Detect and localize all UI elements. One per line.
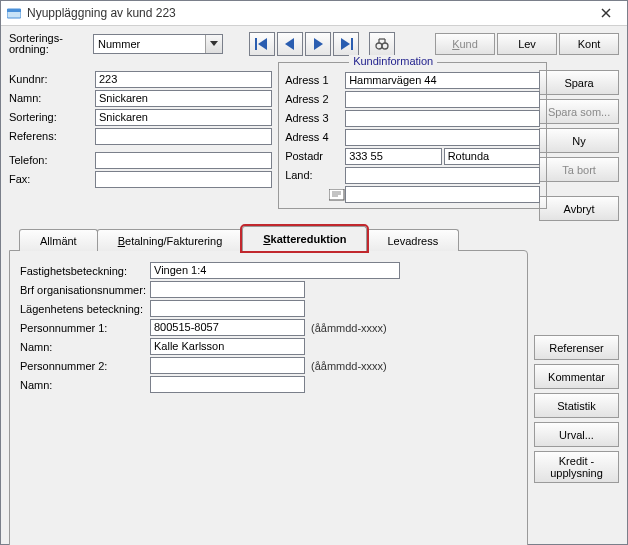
tabort-button[interactable]: Ta bort — [539, 157, 619, 182]
land-input[interactable] — [345, 167, 540, 184]
kundinformation-legend: Kundinformation — [349, 55, 437, 67]
nav-prev-button[interactable] — [277, 32, 303, 56]
svg-point-12 — [382, 43, 388, 49]
svg-marker-4 — [210, 41, 218, 46]
telefon-label: Telefon: — [9, 154, 95, 166]
skattereduktion-panel: Fastighetsbeteckning:Vingen 1:4 Brf orga… — [9, 250, 528, 545]
extra-address-input[interactable] — [345, 186, 540, 203]
tab-skattereduktion[interactable]: Skattereduktion — [242, 226, 367, 251]
adress2-input[interactable] — [345, 91, 540, 108]
chevron-down-icon — [205, 35, 222, 53]
pnr2-hint: (ååmmdd-xxxx) — [311, 360, 387, 372]
brf-input[interactable] — [150, 281, 305, 298]
sortering-label: Sortering: — [9, 111, 95, 123]
fax-label: Fax: — [9, 173, 95, 185]
post-city-input[interactable]: Rotunda — [444, 148, 541, 165]
titlebar: Nyuppläggning av kund 223 — [1, 1, 627, 26]
namn2-input[interactable] — [150, 376, 305, 393]
adress1-label: Adress 1 — [285, 74, 345, 86]
lagenhet-label: Lägenhetens beteckning: — [20, 303, 150, 315]
sort-order-value: Nummer — [94, 38, 205, 50]
svg-marker-6 — [258, 38, 267, 50]
spara-som-button[interactable]: Spara som... — [539, 99, 619, 124]
nav-first-button[interactable] — [249, 32, 275, 56]
kreditupplysning-button[interactable]: Kredit -upplysning — [534, 451, 619, 483]
customer-edit-window: Nyuppläggning av kund 223 Sorterings-ord… — [0, 0, 628, 545]
kundnr-input[interactable]: 223 — [95, 71, 272, 88]
kont-button[interactable]: Kont — [559, 33, 619, 55]
search-button[interactable] — [369, 32, 395, 56]
record-nav-group — [249, 32, 359, 56]
kundnr-label: Kundnr: — [9, 73, 95, 85]
namn-label: Namn: — [9, 92, 95, 104]
sort-order-label: Sorterings-ordning: — [9, 33, 87, 55]
telefon-input[interactable] — [95, 152, 272, 169]
namn1-label: Namn: — [20, 341, 150, 353]
app-icon — [7, 7, 21, 19]
svg-marker-9 — [341, 38, 350, 50]
nav-next-button[interactable] — [305, 32, 331, 56]
land-label: Land: — [285, 169, 345, 181]
type-buttons: Kund Lev Kont — [435, 33, 619, 55]
sort-order-select[interactable]: Nummer — [93, 34, 223, 54]
svg-marker-7 — [285, 38, 294, 50]
pnr1-label: Personnummer 1: — [20, 322, 150, 334]
spara-button[interactable]: Spara — [539, 70, 619, 95]
svg-marker-8 — [314, 38, 323, 50]
nav-last-button[interactable] — [333, 32, 359, 56]
referenser-button[interactable]: Referenser — [534, 335, 619, 360]
binoculars-icon — [375, 37, 389, 51]
statistik-button[interactable]: Statistik — [534, 393, 619, 418]
urval-button[interactable]: Urval... — [534, 422, 619, 447]
adress4-label: Adress 4 — [285, 131, 345, 143]
svg-point-11 — [376, 43, 382, 49]
post-zip-input[interactable]: 333 55 — [345, 148, 442, 165]
adress3-label: Adress 3 — [285, 112, 345, 124]
window-title: Nyuppläggning av kund 223 — [27, 6, 176, 20]
sortering-input[interactable]: Snickaren — [95, 109, 272, 126]
referens-label: Referens: — [9, 130, 95, 142]
pnr1-hint: (ååmmdd-xxxx) — [311, 322, 387, 334]
avbryt-button[interactable]: Avbryt — [539, 196, 619, 221]
kommentar-button[interactable]: Kommentar — [534, 364, 619, 389]
namn2-label: Namn: — [20, 379, 150, 391]
kundinformation-fieldset: Kundinformation Adress 1Hammarvägen 44 A… — [278, 62, 547, 209]
action-buttons-2: Referenser Kommentar Statistik Urval... … — [534, 227, 619, 545]
kund-button[interactable]: Kund — [435, 33, 495, 55]
adress4-input[interactable] — [345, 129, 540, 146]
namn1-input[interactable]: Kalle Karlsson — [150, 338, 305, 355]
namn-input[interactable]: Snickaren — [95, 90, 272, 107]
customer-id-panel: Kundnr:223 Namn:Snickaren Sortering:Snic… — [9, 62, 272, 221]
top-toolbar: Sorterings-ordning: Nummer — [9, 32, 619, 56]
pnr2-input[interactable] — [150, 357, 305, 374]
svg-rect-5 — [255, 38, 257, 50]
adress3-input[interactable] — [345, 110, 540, 127]
fax-input[interactable] — [95, 171, 272, 188]
fastighet-input[interactable]: Vingen 1:4 — [150, 262, 400, 279]
action-buttons-1: Spara Spara som... Ny Ta bort Avbryt — [539, 62, 619, 221]
referens-input[interactable] — [95, 128, 272, 145]
lagenhet-input[interactable] — [150, 300, 305, 317]
postadr-label: Postadr — [285, 150, 345, 162]
pnr2-label: Personnummer 2: — [20, 360, 150, 372]
pnr1-input[interactable]: 800515-8057 — [150, 319, 305, 336]
ny-button[interactable]: Ny — [539, 128, 619, 153]
svg-rect-1 — [7, 9, 21, 12]
lev-button[interactable]: Lev — [497, 33, 557, 55]
tabstrip: Allmänt Betalning/Fakturering Skatteredu… — [9, 227, 528, 251]
address-card-icon[interactable] — [329, 189, 345, 201]
tab-levadress[interactable]: Levadress — [366, 229, 459, 251]
window-close-button[interactable] — [591, 4, 621, 22]
svg-rect-10 — [351, 38, 353, 50]
tab-betalning[interactable]: Betalning/Fakturering — [97, 229, 244, 251]
adress2-label: Adress 2 — [285, 93, 345, 105]
tab-allmant[interactable]: Allmänt — [19, 229, 98, 251]
adress1-input[interactable]: Hammarvägen 44 — [345, 72, 540, 89]
fastighet-label: Fastighetsbeteckning: — [20, 265, 150, 277]
brf-label: Brf organisationsnummer: — [20, 284, 150, 296]
